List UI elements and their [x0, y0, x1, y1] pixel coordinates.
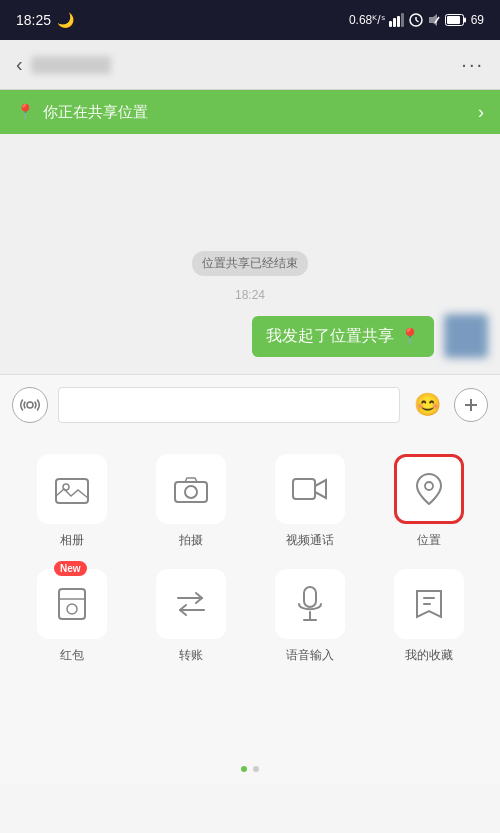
favorites-icon-box	[394, 569, 464, 639]
svg-point-18	[185, 486, 197, 498]
transfer-icon	[174, 590, 208, 618]
banner-text: 你正在共享位置	[43, 103, 148, 122]
new-badge: New	[54, 561, 87, 576]
title-bar-left: ‹	[16, 53, 111, 76]
time-display: 18:25	[16, 12, 51, 28]
battery-icon	[445, 14, 467, 26]
action-camera[interactable]: 拍摄	[139, 454, 242, 549]
banner-left: 📍 你正在共享位置	[16, 103, 148, 122]
banner-chevron-icon: ›	[478, 102, 484, 123]
chat-timestamp: 18:24	[235, 288, 265, 302]
svg-rect-1	[393, 18, 396, 27]
status-bar: 18:25 🌙 0.68ᴷ/ˢ 69	[0, 0, 500, 40]
camera-icon	[174, 475, 208, 503]
clock-icon	[409, 13, 423, 27]
svg-point-23	[67, 604, 77, 614]
video-call-label: 视频通话	[286, 532, 334, 549]
redpacket-icon	[57, 587, 87, 621]
svg-point-20	[425, 482, 433, 490]
status-left: 18:25 🌙	[16, 12, 74, 28]
user-avatar	[444, 314, 488, 358]
voice-input-label: 语音输入	[286, 647, 334, 664]
location-label: 位置	[417, 532, 441, 549]
redpacket-icon-box	[37, 569, 107, 639]
svg-rect-2	[397, 16, 400, 27]
bubble-text: 我发起了位置共享	[266, 326, 394, 347]
action-video-call[interactable]: 视频通话	[258, 454, 361, 549]
signal-icon	[389, 13, 405, 27]
back-button[interactable]: ‹	[16, 53, 23, 76]
more-button[interactable]: ···	[461, 53, 484, 76]
input-bar: 😊	[0, 374, 500, 434]
svg-rect-3	[401, 13, 404, 27]
location-icon-box	[394, 454, 464, 524]
page-dot-1	[241, 766, 247, 772]
moon-icon: 🌙	[57, 12, 74, 28]
system-message: 位置共享已经结束	[192, 251, 308, 276]
chat-area: 位置共享已经结束 18:24 我发起了位置共享 📍	[0, 134, 500, 374]
page-dots	[0, 754, 500, 784]
voice-input-icon	[296, 586, 324, 622]
svg-rect-11	[464, 18, 466, 23]
svg-rect-28	[423, 603, 431, 605]
actions-panel: 相册 拍摄 视频通话	[0, 434, 500, 754]
action-voice-input[interactable]: 语音输入	[258, 569, 361, 664]
location-icon	[415, 472, 443, 506]
action-location[interactable]: 位置	[377, 454, 480, 549]
album-icon-box	[37, 454, 107, 524]
favorites-icon	[413, 587, 445, 621]
svg-rect-24	[304, 587, 316, 607]
plus-icon	[463, 397, 479, 413]
album-label: 相册	[60, 532, 84, 549]
svg-point-12	[27, 402, 33, 408]
voice-input-icon-box	[275, 569, 345, 639]
video-call-icon	[292, 476, 328, 502]
bubble-location-icon: 📍	[400, 327, 420, 346]
redpacket-label: 红包	[60, 647, 84, 664]
chat-bubble-row: 我发起了位置共享 📍	[0, 314, 500, 358]
action-redpacket[interactable]: New 红包	[20, 569, 123, 664]
status-right: 0.68ᴷ/ˢ 69	[349, 13, 484, 27]
video-call-icon-box	[275, 454, 345, 524]
svg-rect-10	[447, 16, 460, 24]
transfer-icon-box	[156, 569, 226, 639]
chat-bubble: 我发起了位置共享 📍	[252, 316, 434, 357]
mute-icon	[427, 13, 441, 27]
page-dot-2	[253, 766, 259, 772]
action-favorites[interactable]: 我的收藏	[377, 569, 480, 664]
camera-label: 拍摄	[179, 532, 203, 549]
voice-button[interactable]	[12, 387, 48, 423]
title-bar: ‹ ···	[0, 40, 500, 90]
svg-marker-7	[429, 14, 437, 26]
svg-rect-0	[389, 21, 392, 27]
more-actions-button[interactable]	[454, 388, 488, 422]
emoji-button[interactable]: 😊	[410, 388, 444, 422]
location-sharing-banner[interactable]: 📍 你正在共享位置 ›	[0, 90, 500, 134]
action-album[interactable]: 相册	[20, 454, 123, 549]
location-pin-icon: 📍	[16, 103, 35, 121]
svg-line-6	[416, 20, 419, 22]
message-input[interactable]	[58, 387, 400, 423]
album-icon	[55, 474, 89, 504]
voice-wave-icon	[20, 396, 40, 414]
action-transfer[interactable]: 转账	[139, 569, 242, 664]
network-speed: 0.68ᴷ/ˢ	[349, 13, 385, 27]
transfer-label: 转账	[179, 647, 203, 664]
svg-rect-27	[423, 597, 435, 599]
contact-name	[31, 56, 111, 74]
camera-icon-box	[156, 454, 226, 524]
battery-level: 69	[471, 13, 484, 27]
actions-grid: 相册 拍摄 视频通话	[20, 454, 480, 664]
favorites-label: 我的收藏	[405, 647, 453, 664]
svg-rect-19	[293, 479, 315, 499]
